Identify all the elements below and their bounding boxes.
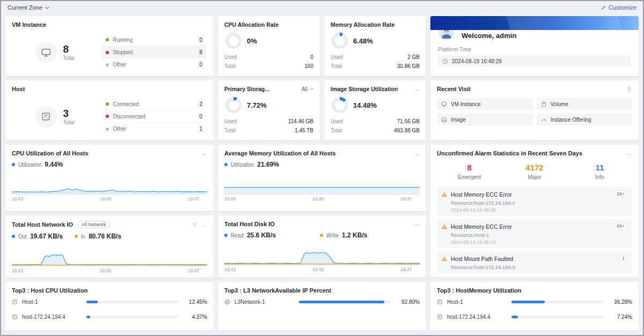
alarm-resource: Resource:host-172.24.194.3	[451, 264, 628, 270]
disk-io-chart[interactable]	[224, 243, 420, 265]
x-axis: 16:43 16:45 16:47	[224, 196, 420, 201]
legend-value: 2	[199, 101, 202, 107]
host-legend-disconnected[interactable]: Disconnected 0	[102, 110, 206, 123]
image-storage-card: Image Storage Utilization → 14.48% Used7…	[324, 80, 426, 140]
top3-row: L3Network-1 92.80%	[224, 295, 420, 309]
alarm-item[interactable]: Host Memory ECC Error 99+ Resource:host-…	[437, 187, 632, 216]
host-legend-connected[interactable]: Connected 2	[102, 98, 206, 110]
top3-l3-card: Top3 : L3 NetworkAvailable IP Percent L3…	[218, 282, 426, 331]
alarm-label: Info	[567, 174, 632, 180]
memory-allocation-card: Memory Allocation Rate 6.48% Used2 GB To…	[324, 16, 426, 76]
warning-triangle-icon	[441, 256, 448, 262]
top3-memory-card: Top3 : HostMemory Utilization Host-1 36.…	[430, 282, 639, 331]
x-tick: 16:47	[400, 267, 412, 272]
status-dot-connected	[106, 102, 109, 106]
series-dot-blue	[12, 163, 15, 166]
volume-icon	[541, 101, 547, 107]
alarm-stat-major[interactable]: 4172 Major	[502, 163, 567, 180]
legend-label: Disconnected	[113, 114, 195, 120]
recent-visit-image[interactable]: Image	[437, 114, 533, 125]
top3-row: Host-1 12.45%	[12, 295, 207, 309]
total-value: 30.86 GB	[397, 63, 420, 69]
platform-time-value: 2024-08-19 16:48:29	[452, 58, 502, 64]
recent-visit-vm-instance[interactable]: VM Instance	[437, 98, 533, 110]
cpu-allocation-card: CPU Allocation Rate 0% Used0 Total160	[218, 16, 320, 76]
status-dot-other	[106, 63, 109, 66]
alarm-label: Major	[502, 174, 567, 180]
cpu-utilization-card: CPU Utilization of All Hosts → Utilizati…	[5, 145, 214, 211]
total-label: Total	[331, 128, 342, 133]
alarm-item[interactable]: Host Memory ECC Error 99+ Resource:Host-…	[437, 219, 632, 248]
legend-label: Other	[113, 62, 195, 68]
alarm-stat-emergent[interactable]: 8 Emergent	[437, 163, 502, 180]
total-label: Total	[331, 63, 342, 69]
welcome-greeting: Welcome, admin	[462, 32, 516, 40]
recent-visit-grid: VM Instance Volume Image Instance Offeri…	[437, 98, 632, 125]
used-value: 0	[310, 54, 313, 60]
legend-value: 8	[199, 49, 202, 55]
disk-io-card: Total Host Disk IO → Read 25.6 KB/s Writ…	[218, 215, 426, 278]
host-icon	[437, 314, 443, 320]
alarm-resource: Resource:host-172.24.194.4	[451, 200, 628, 206]
host-legend-other[interactable]: Other 1	[102, 123, 206, 135]
pencil-icon	[601, 5, 606, 10]
recent-visit-title: Recent Visit	[437, 86, 471, 92]
cpu-utilization-chart[interactable]	[12, 172, 207, 195]
vm-legend-other[interactable]: Other 0	[102, 58, 206, 71]
cpu-allocation-title: CPU Allocation Rate	[224, 21, 279, 28]
used-label: Used	[331, 54, 343, 60]
expand-arrow-icon[interactable]: →	[414, 221, 420, 227]
series-dot-write	[320, 234, 323, 237]
zone-selector[interactable]: Current Zone	[8, 4, 49, 11]
expand-arrow-icon[interactable]: →	[201, 222, 207, 228]
host-icon	[12, 299, 18, 305]
percent-value: 36.28%	[608, 299, 632, 305]
alarm-item[interactable]: Host Mount Path Faulted 1 Resource:host-…	[437, 251, 632, 273]
x-tick: 16:43	[12, 196, 23, 201]
host-total-value: 3	[63, 108, 75, 120]
vm-legend-stopped[interactable]: Stopped 8	[102, 46, 206, 58]
network-io-card: Total Host Network IO All Network → Out …	[5, 215, 214, 278]
series-label: In	[81, 234, 85, 240]
image-storage-donut	[332, 97, 348, 113]
trash-icon[interactable]	[626, 86, 632, 92]
legend-label: Connected	[113, 101, 195, 107]
recent-visit-volume[interactable]: Volume	[537, 98, 633, 110]
percent-value: 92.80%	[395, 299, 420, 305]
expand-arrow-icon[interactable]: →	[414, 151, 420, 156]
memory-utilization-chart[interactable]	[224, 172, 420, 195]
network-filter-pill[interactable]: All Network	[77, 221, 111, 228]
alarm-stat-info[interactable]: 11 Info	[567, 163, 632, 180]
x-axis: 16:43 16:45 16:47	[12, 268, 207, 273]
resource-name: L3Network-1	[235, 299, 295, 305]
cpu-utilization-legend: Utilization 9.44%	[12, 161, 207, 168]
network-io-title: Total Host Network IO	[12, 221, 73, 228]
filter-funnel-icon[interactable]	[192, 222, 197, 227]
recent-visit-label: Image	[451, 117, 466, 123]
dashboard-grid: VM Instance 8 Total Running 0	[1, 14, 643, 335]
expand-arrow-icon[interactable]: →	[626, 151, 632, 156]
vm-monitor-icon	[441, 101, 447, 107]
series-value: 21.69%	[257, 161, 279, 168]
legend-label: Stopped	[113, 49, 195, 55]
alarm-count: 8	[437, 163, 502, 172]
expand-arrow-icon[interactable]: →	[201, 151, 207, 156]
vm-total-label: Total	[63, 55, 75, 61]
primary-storage-filter-select[interactable]: All	[302, 86, 313, 92]
progress-bar	[511, 301, 603, 303]
alarm-count-badge: 99+	[614, 222, 628, 230]
series-dot-out	[12, 235, 15, 238]
legend-label: Running	[113, 37, 195, 43]
network-io-chart[interactable]	[12, 244, 207, 266]
alarm-count-badge: 99+	[614, 190, 628, 198]
series-label: Out	[18, 234, 27, 240]
customize-button[interactable]: Customize	[601, 4, 636, 11]
top3-row: Host-1 36.28%	[437, 295, 632, 309]
expand-arrow-icon[interactable]: →	[414, 86, 420, 92]
x-axis: 16:43 16:45 16:47	[12, 196, 207, 201]
total-label: Total	[224, 128, 236, 133]
x-tick: 16:43	[224, 267, 236, 272]
series-label: Read	[231, 233, 244, 238]
recent-visit-instance-offering[interactable]: Instance Offering	[537, 114, 633, 125]
vm-legend-running[interactable]: Running 0	[102, 34, 206, 46]
